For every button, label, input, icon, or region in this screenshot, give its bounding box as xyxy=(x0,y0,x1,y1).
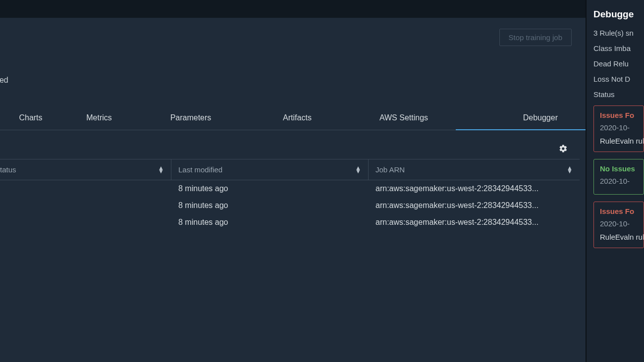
cell-status xyxy=(0,214,171,231)
tab-artifacts[interactable]: Artifacts xyxy=(243,106,352,130)
sort-icon[interactable]: ▲▼ xyxy=(355,166,361,173)
main-panel: Stop training job leted Charts Metrics P… xyxy=(0,0,586,362)
rule-item: Loss Not D xyxy=(593,75,644,83)
sort-icon[interactable]: ▲▼ xyxy=(158,166,164,173)
cell-last-modified: 8 minutes ago xyxy=(171,180,369,197)
rule-item: Dead Relu xyxy=(593,59,644,68)
cell-job-arn: arn:aws:sagemaker:us-west-2:28342944533.… xyxy=(369,180,580,197)
table-row[interactable]: 8 minutes ago arn:aws:sagemaker:us-west-… xyxy=(0,197,580,214)
cell-status xyxy=(0,180,171,197)
table-header: tatus ▲▼ Last modified ▲▼ Job ARN ▲▼ xyxy=(0,159,580,180)
card-title: No Issues xyxy=(600,164,644,173)
status-card-ok[interactable]: No Issues 2020-10- xyxy=(593,159,644,195)
stop-training-button[interactable]: Stop training job xyxy=(499,29,572,46)
sort-icon[interactable]: ▲▼ xyxy=(567,166,573,173)
table-row[interactable]: 8 minutes ago arn:aws:sagemaker:us-west-… xyxy=(0,180,580,197)
column-status[interactable]: tatus ▲▼ xyxy=(0,159,171,180)
card-title: Issues Fo xyxy=(600,207,644,215)
card-title: Issues Fo xyxy=(600,111,644,119)
job-status-text: leted xyxy=(0,46,586,85)
card-body: RuleEvaln rule Class the cond xyxy=(600,136,644,147)
rule-item: Class Imba xyxy=(593,44,644,52)
status-card-issue[interactable]: Issues Fo 2020-10- RuleEvaln rule Class … xyxy=(593,105,644,152)
debugger-sidebar: Debugge 3 Rule(s) sn Class Imba Dead Rel… xyxy=(586,0,644,362)
rule-summary: 3 Rule(s) sn xyxy=(593,29,644,37)
card-date: 2020-10- xyxy=(600,123,644,132)
gear-icon[interactable] xyxy=(559,144,568,155)
cell-last-modified: 8 minutes ago xyxy=(171,197,369,214)
status-card-issue[interactable]: Issues Fo 2020-10- RuleEvaln rule Loss i… xyxy=(593,202,644,248)
cell-job-arn: arn:aws:sagemaker:us-west-2:28342944533.… xyxy=(369,197,580,214)
cell-job-arn: arn:aws:sagemaker:us-west-2:28342944533.… xyxy=(369,214,580,231)
tab-parameters[interactable]: Parameters xyxy=(139,106,243,130)
tab-metrics[interactable]: Metrics xyxy=(59,106,139,130)
sidebar-title: Debugge xyxy=(593,9,644,20)
status-label: Status xyxy=(593,90,644,99)
tab-debugger[interactable]: Debugger xyxy=(456,106,586,130)
card-date: 2020-10- xyxy=(600,177,644,185)
tab-charts[interactable]: Charts xyxy=(0,106,59,130)
cell-status xyxy=(0,197,171,214)
rules-table: tatus ▲▼ Last modified ▲▼ Job ARN ▲▼ xyxy=(0,159,580,231)
column-last-modified[interactable]: Last modified ▲▼ xyxy=(171,159,369,180)
top-bar xyxy=(0,0,586,18)
tab-aws-settings[interactable]: AWS Settings xyxy=(352,106,456,130)
tabs-bar: Charts Metrics Parameters Artifacts AWS … xyxy=(0,106,586,130)
card-date: 2020-10- xyxy=(600,219,644,228)
cell-last-modified: 8 minutes ago xyxy=(171,214,369,231)
table-row[interactable]: 8 minutes ago arn:aws:sagemaker:us-west-… xyxy=(0,214,580,231)
column-job-arn[interactable]: Job ARN ▲▼ xyxy=(369,159,580,180)
card-body: RuleEvaln rule Loss in the co xyxy=(600,232,644,243)
